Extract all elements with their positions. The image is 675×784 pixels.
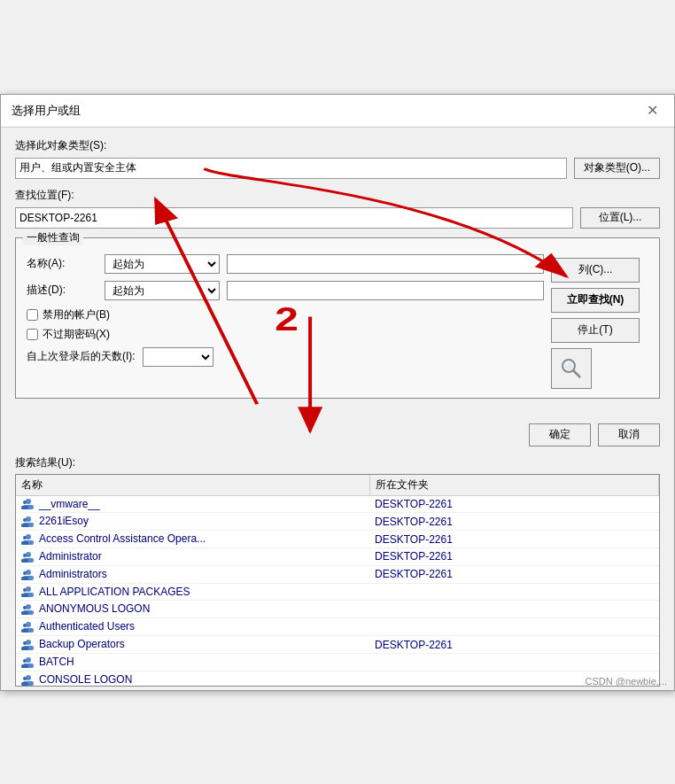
group-content: 名称(A): 起始为 描述(D): 起始为	[27, 247, 648, 389]
result-name-text: ALL APPLICATION PACKAGES	[39, 586, 190, 598]
svg-point-34	[23, 624, 27, 627]
no-expire-row: 不过期密码(X)	[27, 327, 544, 342]
svg-point-6	[23, 501, 27, 504]
days-label: 自上次登录后的天数(I):	[27, 349, 136, 364]
ok-button[interactable]: 确定	[529, 423, 591, 446]
svg-rect-15	[21, 541, 28, 545]
location-row: 位置(L)...	[15, 207, 660, 229]
svg-point-8	[26, 516, 31, 522]
no-expire-checkbox[interactable]	[27, 329, 38, 340]
result-name-cell: Administrator	[16, 547, 369, 565]
svg-rect-39	[21, 647, 28, 650]
no-expire-label: 不过期密码(X)	[43, 327, 110, 342]
col-folder-header: 所在文件夹	[369, 475, 658, 496]
location-label: 查找位置(F):	[15, 188, 660, 203]
result-folder-cell: DESKTOP-2261	[369, 531, 658, 548]
svg-point-26	[23, 588, 27, 592]
general-query-group: 一般性查询 名称(A): 起始为 描述(D): 起始为	[15, 237, 660, 399]
right-buttons-col: 列(C)... 立即查找(N) 停止(T)	[551, 254, 648, 389]
result-name-text: 2261iEsoy	[39, 515, 89, 527]
table-row[interactable]: AdministratorDESKTOP-2261	[16, 547, 659, 565]
user-icon	[21, 639, 35, 651]
user-icon	[21, 603, 35, 616]
name-label: 名称(A):	[27, 256, 97, 271]
search-icon	[559, 356, 584, 381]
days-combo[interactable]	[143, 347, 213, 367]
table-row[interactable]: Access Control Assistance Opera...DESKTO…	[16, 531, 659, 548]
svg-rect-23	[21, 577, 28, 580]
svg-rect-19	[21, 559, 28, 563]
left-content: 名称(A): 起始为 描述(D): 起始为	[27, 254, 544, 389]
svg-rect-11	[21, 524, 28, 527]
search-now-button[interactable]: 立即查找(N)	[551, 288, 640, 313]
result-name-cell: Backup Operators	[16, 636, 369, 654]
results-table-wrapper[interactable]: 名称 所在文件夹 __vmware__DESKTOP-2261 2261iEso…	[15, 474, 660, 687]
svg-point-40	[26, 657, 31, 663]
table-row[interactable]: ANONYMOUS LOGON	[16, 601, 659, 618]
result-name-cell: BATCH	[16, 653, 369, 671]
result-folder-cell	[369, 653, 658, 671]
title-bar: 选择用户或组 ✕	[1, 95, 674, 128]
close-button[interactable]: ✕	[641, 102, 663, 120]
cancel-button[interactable]: 取消	[598, 423, 660, 446]
table-row[interactable]: __vmware__DESKTOP-2261	[16, 495, 659, 513]
stop-button[interactable]: 停止(T)	[551, 318, 640, 343]
svg-rect-27	[21, 594, 28, 597]
svg-point-44	[26, 675, 31, 680]
columns-button[interactable]: 列(C)...	[551, 258, 640, 283]
result-folder-cell	[369, 583, 658, 601]
svg-line-1	[573, 370, 580, 377]
result-name-cell: 2261iEsoy	[16, 513, 369, 531]
main-content-area: 名称(A): 起始为 描述(D): 起始为	[27, 254, 648, 389]
table-row[interactable]: AdministratorsDESKTOP-2261	[16, 565, 659, 583]
object-type-input[interactable]	[15, 158, 567, 179]
name-combo[interactable]: 起始为	[105, 254, 220, 274]
desc-combo[interactable]: 起始为	[105, 281, 220, 300]
disabled-accounts-label: 禁用的帐户(B)	[43, 307, 110, 322]
user-icon	[21, 656, 35, 669]
result-name-cell: Administrators	[16, 565, 369, 583]
result-name-cell: ANONYMOUS LOGON	[16, 601, 369, 618]
result-folder-cell: DESKTOP-2261	[369, 636, 658, 654]
result-folder-cell	[369, 601, 658, 618]
result-name-text: Administrator	[39, 550, 102, 563]
table-row[interactable]: CONSOLE LOGON	[16, 671, 659, 686]
svg-point-12	[26, 534, 31, 539]
result-name-text: ANONYMOUS LOGON	[39, 602, 150, 615]
svg-rect-47	[21, 682, 28, 686]
result-folder-cell: DESKTOP-2261	[369, 513, 658, 531]
table-row[interactable]: Backup OperatorsDESKTOP-2261	[16, 636, 659, 654]
svg-point-10	[23, 518, 27, 522]
desc-row: 描述(D): 起始为	[27, 281, 544, 300]
location-input[interactable]	[15, 207, 573, 229]
result-name-text: Administrators	[39, 568, 107, 580]
result-name-text: CONSOLE LOGON	[39, 673, 132, 686]
table-row[interactable]: BATCH	[16, 653, 659, 671]
select-user-dialog: 选择用户或组 ✕ 选择此对象类型(S): 对象类型(O)... 查找位置(F):…	[0, 94, 675, 691]
svg-point-16	[26, 552, 31, 557]
disabled-accounts-checkbox[interactable]	[27, 309, 38, 321]
result-name-text: BATCH	[39, 656, 74, 668]
col-name-header: 名称	[16, 475, 369, 496]
location-button[interactable]: 位置(L)...	[580, 207, 660, 229]
result-name-text: __vmware__	[39, 498, 100, 510]
disabled-accounts-row: 禁用的帐户(B)	[27, 307, 544, 322]
table-row[interactable]: ALL APPLICATION PACKAGES	[16, 583, 659, 601]
svg-point-36	[26, 640, 31, 645]
user-icon	[21, 569, 35, 581]
result-folder-cell	[369, 618, 658, 636]
svg-point-32	[26, 622, 31, 627]
search-icon-button[interactable]	[551, 348, 592, 389]
watermark: CSDN @newbie,...	[586, 676, 667, 687]
table-row[interactable]: Authenticated Users	[16, 618, 659, 636]
object-type-button[interactable]: 对象类型(O)...	[574, 158, 660, 179]
days-row: 自上次登录后的天数(I):	[27, 347, 544, 367]
result-name-text: Authenticated Users	[39, 620, 135, 633]
name-input[interactable]	[227, 254, 544, 274]
table-row[interactable]: 2261iEsoyDESKTOP-2261	[16, 513, 659, 531]
results-label: 搜索结果(U):	[15, 455, 660, 470]
result-folder-cell: DESKTOP-2261	[369, 547, 658, 565]
svg-rect-35	[21, 629, 28, 633]
desc-input[interactable]	[227, 281, 544, 300]
results-table: 名称 所在文件夹 __vmware__DESKTOP-2261 2261iEso…	[16, 475, 659, 687]
